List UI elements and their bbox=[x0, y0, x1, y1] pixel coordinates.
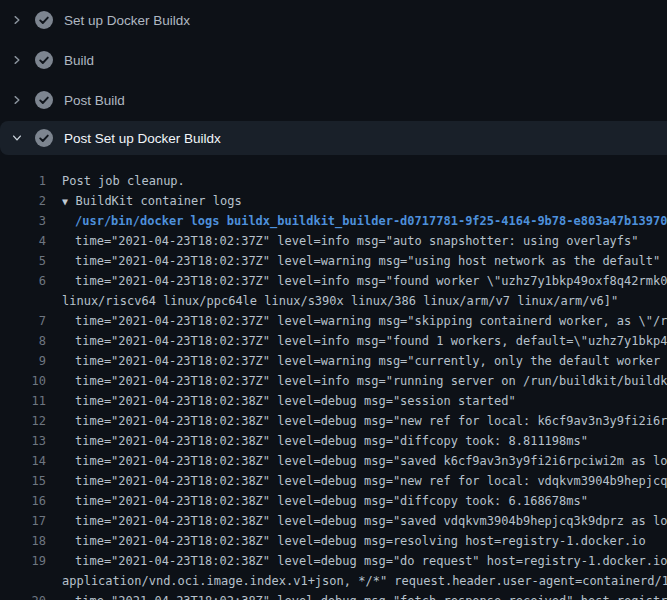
log-line: 9time="2021-04-23T18:02:37Z" level=warni… bbox=[0, 351, 667, 371]
log-line-number[interactable]: 5 bbox=[0, 251, 46, 271]
triangle-down-icon: ▼ bbox=[62, 192, 76, 212]
log-line: linux/riscv64 linux/ppc64le linux/s390x … bbox=[0, 291, 667, 311]
log-group-row: 2▼BuildKit container logs bbox=[0, 191, 667, 211]
log-line-number[interactable]: 3 bbox=[0, 211, 46, 231]
log-line: 3/usr/bin/docker logs buildx_buildkit_bu… bbox=[0, 211, 667, 231]
log-line-text: time="2021-04-23T18:02:37Z" level=warnin… bbox=[75, 351, 667, 371]
log-line: 8time="2021-04-23T18:02:37Z" level=info … bbox=[0, 331, 667, 351]
step-row-2[interactable]: Build bbox=[0, 40, 667, 80]
log-line-number[interactable]: 11 bbox=[0, 391, 46, 411]
chevron-right-icon[interactable] bbox=[10, 53, 24, 67]
step-label: Post Build bbox=[64, 93, 125, 108]
log-line-number[interactable]: 17 bbox=[0, 511, 46, 531]
log-line-text: time="2021-04-23T18:02:38Z" level=debug … bbox=[75, 551, 667, 571]
log-line-number[interactable]: 6 bbox=[0, 271, 46, 291]
log-line: 1Post job cleanup. bbox=[0, 171, 667, 191]
step-row-3[interactable]: Post Build bbox=[0, 80, 667, 120]
log-line-number[interactable]: 18 bbox=[0, 531, 46, 551]
step-label: Set up Docker Buildx bbox=[64, 13, 190, 28]
log-line-number[interactable]: 13 bbox=[0, 431, 46, 451]
log-line: 7time="2021-04-23T18:02:37Z" level=warni… bbox=[0, 311, 667, 331]
log-line-number[interactable]: 16 bbox=[0, 491, 46, 511]
step-row-1[interactable]: Set up Docker Buildx bbox=[0, 0, 667, 40]
check-circle-icon bbox=[35, 91, 53, 109]
log-line-number[interactable]: 10 bbox=[0, 371, 46, 391]
steps-list: Set up Docker Buildx Build Post Build Po… bbox=[0, 0, 667, 155]
log-line-text: Post job cleanup. bbox=[62, 171, 185, 191]
log-line-number[interactable]: 8 bbox=[0, 331, 46, 351]
log-group-title: BuildKit container logs bbox=[76, 194, 242, 208]
log-line-text: time="2021-04-23T18:02:38Z" level=debug … bbox=[75, 471, 667, 491]
log-line: 12time="2021-04-23T18:02:38Z" level=debu… bbox=[0, 411, 667, 431]
log-line: 6time="2021-04-23T18:02:37Z" level=info … bbox=[0, 271, 667, 291]
log-line-text: application/vnd.oci.image.index.v1+json,… bbox=[62, 571, 667, 591]
check-circle-icon bbox=[35, 129, 53, 147]
log-line: 11time="2021-04-23T18:02:38Z" level=debu… bbox=[0, 391, 667, 411]
log-line-number[interactable]: 12 bbox=[0, 411, 46, 431]
chevron-right-icon[interactable] bbox=[10, 93, 24, 107]
step-label: Post Set up Docker Buildx bbox=[64, 131, 221, 146]
log-line-text: time="2021-04-23T18:02:38Z" level=debug … bbox=[75, 451, 667, 471]
log-line-text: time="2021-04-23T18:02:37Z" level=info m… bbox=[75, 271, 667, 291]
log-line: 4time="2021-04-23T18:02:37Z" level=info … bbox=[0, 231, 667, 251]
log-line-text: time="2021-04-23T18:02:38Z" level=debug … bbox=[75, 431, 588, 451]
log-line-text: linux/riscv64 linux/ppc64le linux/s390x … bbox=[62, 291, 618, 311]
log-line: application/vnd.oci.image.index.v1+json,… bbox=[0, 571, 667, 591]
log-line-text: time="2021-04-23T18:02:38Z" level=debug … bbox=[75, 491, 588, 511]
log-line: 19time="2021-04-23T18:02:38Z" level=debu… bbox=[0, 551, 667, 571]
step-label: Build bbox=[64, 53, 94, 68]
log-line-text: time="2021-04-23T18:02:37Z" level=warnin… bbox=[75, 251, 660, 271]
log-line-number[interactable]: 14 bbox=[0, 451, 46, 471]
log-line: 20time="2021-04-23T18:02:38Z" level=debu… bbox=[0, 591, 667, 600]
log-line-text: time="2021-04-23T18:02:38Z" level=debug … bbox=[75, 511, 667, 531]
log-line-number[interactable]: 4 bbox=[0, 231, 46, 251]
log-line: 5time="2021-04-23T18:02:37Z" level=warni… bbox=[0, 251, 667, 271]
log-line-number[interactable]: 2 bbox=[0, 191, 46, 211]
log-line-number[interactable]: 9 bbox=[0, 351, 46, 371]
check-circle-icon bbox=[35, 11, 53, 29]
check-circle-icon bbox=[35, 51, 53, 69]
log-line: 10time="2021-04-23T18:02:37Z" level=info… bbox=[0, 371, 667, 391]
log-line-text: time="2021-04-23T18:02:38Z" level=debug … bbox=[75, 391, 516, 411]
log-line-number[interactable]: 19 bbox=[0, 551, 46, 571]
chevron-down-icon[interactable] bbox=[10, 131, 24, 145]
log-line-text: time="2021-04-23T18:02:37Z" level=warnin… bbox=[75, 311, 667, 331]
log-line: 14time="2021-04-23T18:02:38Z" level=debu… bbox=[0, 451, 667, 471]
log-command-text[interactable]: /usr/bin/docker logs buildx_buildkit_bui… bbox=[75, 211, 667, 231]
log-line-text: time="2021-04-23T18:02:38Z" level=debug … bbox=[75, 531, 646, 551]
log-line-text: time="2021-04-23T18:02:37Z" level=info m… bbox=[75, 371, 667, 391]
log-area: 1Post job cleanup.2▼BuildKit container l… bbox=[0, 171, 667, 600]
step-row-4[interactable]: Post Set up Docker Buildx bbox=[0, 121, 667, 155]
log-line-number bbox=[0, 291, 46, 311]
log-line: 18time="2021-04-23T18:02:38Z" level=debu… bbox=[0, 531, 667, 551]
log-line-number[interactable]: 20 bbox=[0, 591, 46, 600]
log-line-text: time="2021-04-23T18:02:37Z" level=info m… bbox=[75, 331, 667, 351]
log-line-text: time="2021-04-23T18:02:37Z" level=info m… bbox=[75, 231, 639, 251]
log-line: 15time="2021-04-23T18:02:38Z" level=debu… bbox=[0, 471, 667, 491]
log-line-number[interactable]: 15 bbox=[0, 471, 46, 491]
log-group-toggle[interactable]: ▼BuildKit container logs bbox=[62, 191, 242, 211]
log-line-text: time="2021-04-23T18:02:38Z" level=debug … bbox=[75, 411, 667, 431]
log-line-number[interactable]: 7 bbox=[0, 311, 46, 331]
log-line: 17time="2021-04-23T18:02:38Z" level=debu… bbox=[0, 511, 667, 531]
log-line: 16time="2021-04-23T18:02:38Z" level=debu… bbox=[0, 491, 667, 511]
log-line: 13time="2021-04-23T18:02:38Z" level=debu… bbox=[0, 431, 667, 451]
chevron-right-icon[interactable] bbox=[10, 13, 24, 27]
log-line-text: time="2021-04-23T18:02:38Z" level=debug … bbox=[75, 591, 667, 600]
log-line-number[interactable]: 1 bbox=[0, 171, 46, 191]
log-line-number bbox=[0, 571, 46, 591]
